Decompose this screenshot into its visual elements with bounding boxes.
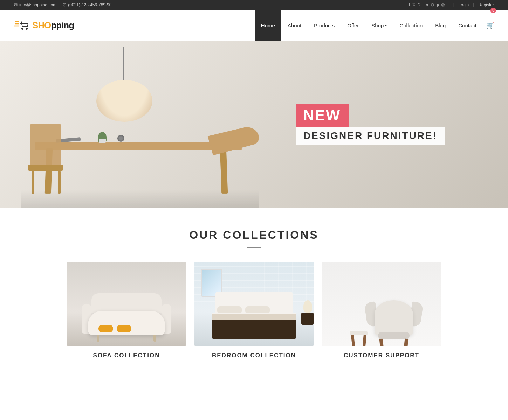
logo-text: SHOpping — [32, 20, 74, 31]
instagram-icon[interactable] — [431, 2, 434, 8]
collections-title: OUR COLLECTIONS — [14, 229, 494, 241]
twitter-icon[interactable] — [412, 2, 416, 8]
table-extension — [208, 125, 263, 155]
nav-products[interactable]: Products — [308, 10, 341, 41]
cart-button[interactable]: 0 — [486, 10, 494, 41]
phone-info: (0021)-123-456-789-90 — [63, 2, 111, 7]
hero-furniture — [21, 47, 259, 208]
bedroom-collection-label: BEDROOM COLLECTION — [194, 352, 314, 359]
sofa-body — [88, 311, 165, 335]
nav-contact[interactable]: Contact — [452, 10, 483, 41]
phone-icon — [63, 2, 66, 7]
pinterest-icon[interactable] — [437, 2, 439, 8]
hero-section: NEW DESIGNER FURNITURE! — [0, 41, 508, 208]
customer-support-image — [322, 262, 441, 346]
phone-text: (0021)-123-456-789-90 — [68, 2, 111, 7]
stool — [350, 331, 368, 335]
divider2: | — [473, 2, 474, 7]
svg-point-3 — [21, 28, 23, 30]
logo-icon — [14, 19, 29, 32]
sofa-collection-label: SOFA COLLECTION — [67, 352, 186, 359]
cart-icon — [486, 22, 494, 29]
stool-leg-left — [351, 335, 355, 346]
nav-about[interactable]: About — [281, 10, 308, 41]
bed-nightstand — [301, 313, 314, 325]
bed-lamp — [303, 300, 312, 313]
sofa-cushion-2 — [117, 325, 131, 332]
svg-point-4 — [26, 28, 28, 30]
dribbble-icon[interactable] — [441, 2, 445, 8]
bedroom-collection-card[interactable]: BEDROOM COLLECTION — [194, 262, 314, 359]
customer-support-label: CUSTOMER SUPPORT — [322, 352, 441, 359]
accent-chair-leg-left — [379, 339, 384, 346]
table-leg-right — [220, 148, 228, 194]
envelope-icon — [14, 2, 18, 7]
social-icons — [409, 2, 445, 8]
accent-chair-scene — [322, 262, 441, 346]
sofa-cushion-1 — [98, 325, 113, 332]
lamp-cord — [123, 47, 124, 82]
collections-section: OUR COLLECTIONS — [0, 208, 508, 377]
sofa-collection-card[interactable]: SOFA COLLECTION — [67, 262, 186, 359]
bed-frame — [212, 320, 296, 339]
bedroom-scene — [194, 262, 314, 346]
nav-home[interactable]: Home — [255, 10, 281, 41]
nav-collection[interactable]: Collection — [393, 10, 429, 41]
sofa-back — [91, 293, 162, 313]
top-bar-right: | Login | Register — [409, 2, 494, 8]
collections-grid: SOFA COLLECTION — [61, 262, 447, 359]
accent-chair-seat — [378, 332, 410, 340]
facebook-icon[interactable] — [409, 2, 410, 8]
sofa-leg-right — [153, 335, 156, 342]
hero-badge: NEW — [296, 104, 349, 127]
nav-shop[interactable]: Shop ▾ — [365, 10, 393, 41]
floor-shadow — [21, 190, 259, 208]
chair-seat — [28, 164, 63, 171]
googleplus-icon[interactable] — [418, 2, 423, 8]
collections-divider — [247, 247, 261, 248]
hero-subtitle: DESIGNER FURNITURE! — [296, 127, 445, 145]
cart-count: 0 — [490, 8, 496, 13]
navbar: SHOpping Home About Products Offer Shop … — [0, 10, 508, 41]
table-plant-pot — [99, 139, 106, 143]
email-info: info@shopping.com — [14, 2, 56, 7]
accent-chair-leg-right — [404, 339, 409, 346]
accent-chair — [375, 300, 413, 335]
hero-text: NEW DESIGNER FURNITURE! — [296, 104, 445, 145]
logo[interactable]: SHOpping — [14, 19, 74, 32]
table-decorative-ball — [117, 135, 124, 142]
stool-leg-right — [362, 335, 366, 346]
sofa-collection-image — [67, 262, 186, 346]
register-link[interactable]: Register — [478, 2, 494, 7]
sofa-leg-left — [97, 335, 99, 342]
bedroom-collection-image — [194, 262, 314, 346]
top-bar: info@shopping.com (0021)-123-456-789-90 … — [0, 0, 508, 10]
sofa-scene — [67, 262, 186, 346]
login-link[interactable]: Login — [459, 2, 469, 7]
email-text: info@shopping.com — [19, 2, 56, 7]
linkedin-icon[interactable] — [424, 2, 428, 8]
divider: | — [453, 2, 454, 7]
chair-back — [30, 124, 61, 166]
shop-dropdown-arrow: ▾ — [385, 23, 387, 27]
nav-links: Home About Products Offer Shop ▾ Collect… — [255, 10, 494, 41]
customer-support-card[interactable]: CUSTOMER SUPPORT — [322, 262, 441, 359]
lamp-shade — [96, 80, 152, 122]
accent-chair-body — [375, 300, 413, 335]
nav-blog[interactable]: Blog — [429, 10, 452, 41]
top-bar-left: info@shopping.com (0021)-123-456-789-90 — [14, 2, 111, 7]
nav-offer[interactable]: Offer — [341, 10, 365, 41]
